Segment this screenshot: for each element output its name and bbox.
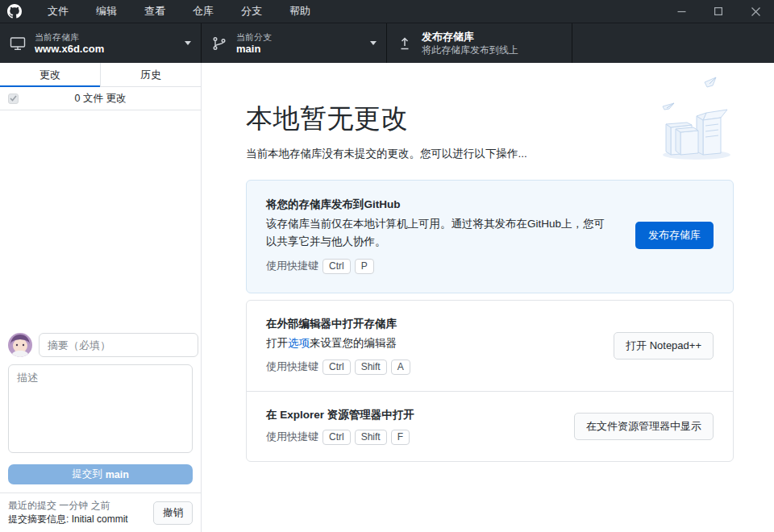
sidebar: 更改 历史 0 文件 更改 — [0, 63, 202, 532]
current-branch-dropdown[interactable]: 当前分支 main — [202, 23, 387, 63]
undo-button[interactable]: 撤销 — [153, 501, 193, 525]
open-in-editor-card: 在外部编辑器中打开存储库 打开选项来设置您的编辑器 使用快捷键 Ctrl Shi… — [247, 301, 733, 391]
publish-repository-toolbar-button[interactable]: 发布存储库 将此存储库发布到线上 — [387, 23, 572, 63]
commit-form: 提交到 main — [0, 325, 201, 493]
commit-button-branch: main — [106, 469, 129, 480]
key-shift: Shift — [355, 360, 387, 375]
publish-repository-button[interactable]: 发布存储库 — [635, 222, 714, 249]
current-branch-label: 当前分支 — [236, 31, 272, 43]
avatar — [8, 333, 32, 357]
editor-card-body-post: 来设置您的编辑器 — [310, 337, 397, 349]
publish-card-title: 将您的存储库发布到GitHub — [266, 197, 613, 212]
key-shift: Shift — [355, 430, 387, 445]
description-input[interactable] — [8, 364, 193, 453]
monitor-icon — [10, 35, 26, 52]
sidebar-tabs: 更改 历史 — [0, 63, 201, 87]
upload-icon — [397, 35, 413, 52]
toolbar: 当前存储库 www.x6d.com 当前分支 main 发布存储库 将此存储库发… — [0, 23, 774, 63]
key-a: A — [391, 360, 410, 375]
tab-history[interactable]: 历史 — [100, 63, 201, 86]
publish-card-shortcut: 使用快捷键 Ctrl P — [266, 259, 613, 274]
recent-commit-bar: 最近的提交 一分钟 之前 提交摘要信息: Initial commit 撤销 — [0, 493, 201, 532]
publish-card: 将您的存储库发布到GitHub 该存储库当前仅在本地计算机上可用。通过将其发布在… — [246, 180, 734, 293]
titlebar: 文件 编辑 查看 仓库 分支 帮助 — [0, 0, 774, 23]
chevron-down-icon — [185, 41, 191, 45]
shortcut-label: 使用快捷键 — [266, 259, 318, 273]
current-repository-value: www.x6d.com — [35, 43, 104, 56]
git-branch-icon — [211, 35, 227, 52]
minimize-button[interactable] — [663, 0, 700, 23]
menu-view[interactable]: 查看 — [131, 0, 179, 23]
explorer-card-title: 在 Explorer 资源管理器中打开 — [266, 408, 551, 422]
editor-card-body-pre: 打开 — [266, 337, 288, 349]
open-in-explorer-card: 在 Explorer 资源管理器中打开 使用快捷键 Ctrl Shift F 在… — [247, 391, 733, 461]
explorer-card-shortcut: 使用快捷键 Ctrl Shift F — [266, 430, 551, 445]
publish-card-body: 该存储库当前仅在本地计算机上可用。通过将其发布在GitHub上，您可以共享它并与… — [266, 215, 613, 251]
recent-commit-time: 最近的提交 一分钟 之前 — [8, 499, 153, 513]
tab-changes[interactable]: 更改 — [0, 63, 100, 86]
open-editor-button[interactable]: 打开 Notepad++ — [614, 332, 714, 360]
show-in-explorer-button[interactable]: 在文件资源管理器中显示 — [574, 413, 714, 440]
shortcut-label: 使用快捷键 — [266, 360, 318, 374]
menu-help[interactable]: 帮助 — [276, 0, 324, 23]
key-f: F — [391, 430, 410, 445]
editor-card-title: 在外部编辑器中打开存储库 — [266, 317, 591, 331]
key-ctrl: Ctrl — [322, 360, 351, 375]
current-repository-label: 当前存储库 — [35, 31, 104, 43]
open-actions-group: 在外部编辑器中打开存储库 打开选项来设置您的编辑器 使用快捷键 Ctrl Shi… — [246, 300, 734, 462]
boxes-illustration — [656, 74, 734, 161]
menu-file[interactable]: 文件 — [34, 0, 82, 23]
options-link[interactable]: 选项 — [288, 337, 310, 349]
menu-edit[interactable]: 编辑 — [82, 0, 131, 23]
editor-card-shortcut: 使用快捷键 Ctrl Shift A — [266, 360, 591, 375]
main-panel: 本地暂无更改 当前本地存储库没有未提交的更改。您可以进行以下操作... 将您的存… — [202, 63, 774, 532]
menu-repository[interactable]: 仓库 — [179, 0, 227, 23]
menu-branch[interactable]: 分支 — [227, 0, 276, 23]
files-changed-row: 0 文件 更改 — [0, 87, 201, 110]
github-logo-icon — [7, 4, 22, 19]
key-ctrl: Ctrl — [322, 430, 351, 445]
app-window: 文件 编辑 查看 仓库 分支 帮助 当前存储库 www.x6d.com — [0, 0, 774, 532]
publish-repository-subtitle: 将此存储库发布到线上 — [422, 44, 518, 56]
content: 更改 历史 0 文件 更改 — [0, 63, 774, 532]
current-repository-dropdown[interactable]: 当前存储库 www.x6d.com — [0, 23, 202, 63]
maximize-button[interactable] — [700, 0, 737, 23]
key-ctrl: Ctrl — [322, 259, 351, 274]
commit-button-prefix: 提交到 — [72, 468, 102, 481]
summary-input[interactable] — [39, 333, 198, 357]
publish-repository-title: 发布存储库 — [422, 31, 518, 44]
close-button[interactable] — [737, 0, 774, 23]
files-changed-label: 0 文件 更改 — [0, 92, 201, 106]
recent-commit-summary-label: 提交摘要信息: — [8, 513, 69, 525]
commit-button[interactable]: 提交到 main — [8, 464, 193, 484]
suggested-actions: 将您的存储库发布到GitHub 该存储库当前仅在本地计算机上可用。通过将其发布在… — [246, 180, 734, 462]
current-branch-value: main — [236, 43, 272, 56]
chevron-down-icon — [370, 41, 377, 45]
changes-empty-area — [0, 110, 201, 325]
recent-commit-summary-value: Initial commit — [72, 513, 128, 525]
key-p: P — [355, 259, 374, 274]
shortcut-label: 使用快捷键 — [266, 430, 318, 444]
